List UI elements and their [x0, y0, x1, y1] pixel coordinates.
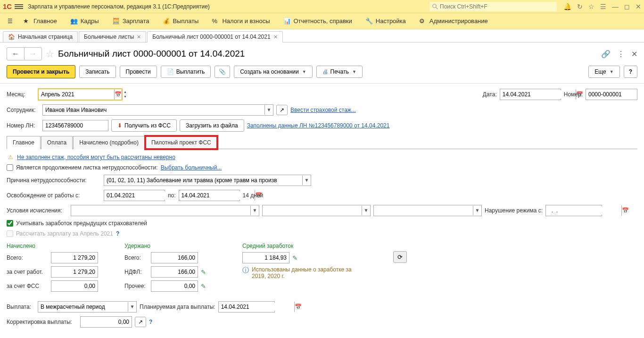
continuation-checkbox[interactable] — [7, 164, 13, 171]
create-based-button[interactable]: Создать на основании▼ — [234, 66, 312, 78]
print-button[interactable]: 🖨Печать▼ — [316, 66, 363, 78]
chevron-down-icon[interactable]: ▼ — [473, 206, 481, 215]
minimize-icon[interactable]: — — [612, 3, 619, 10]
plan-date-input[interactable]: 📅 — [218, 301, 275, 313]
menu-zarplata[interactable]: 🧮Зарплата — [107, 16, 155, 27]
calendar-icon[interactable]: 📅 — [621, 205, 629, 216]
forward-button[interactable]: → — [25, 48, 41, 60]
month-input[interactable]: 📅 ▲▼ — [38, 88, 123, 101]
condition1-input[interactable]: ▼ — [71, 205, 259, 216]
open-employee-button[interactable]: ↗ — [276, 105, 288, 115]
wrench-icon: 🔧 — [365, 17, 373, 25]
spin-down-icon[interactable]: ▼ — [122, 94, 128, 99]
filter-icon[interactable]: ☰ — [600, 3, 606, 10]
link-icon[interactable]: 🔗 — [601, 50, 611, 59]
employee-label: Сотрудник: — [7, 107, 40, 113]
menu-nastroika[interactable]: 🔧Настройка — [360, 16, 412, 27]
nav-tabs: 🏠Начальная страница Больничные листы✕ Бо… — [0, 29, 644, 42]
search-input[interactable] — [440, 3, 554, 10]
pay-button[interactable]: 📄Выплатить — [161, 66, 211, 78]
ndfl-input[interactable] — [151, 266, 198, 278]
chevron-down-icon[interactable]: ▼ — [264, 105, 273, 115]
hamburger-icon[interactable] — [15, 3, 23, 10]
global-search[interactable] — [429, 2, 557, 11]
stazh-warning-link[interactable]: Не заполнен стаж, пособия могут быть рас… — [17, 154, 175, 161]
post-button[interactable]: Провести — [120, 66, 157, 78]
accrued-total-input[interactable] — [51, 252, 98, 263]
ln-label: Номер ЛН: — [7, 122, 40, 129]
violation-date-input[interactable]: 📅 — [545, 205, 602, 216]
avg-input[interactable] — [242, 252, 289, 263]
off-from-input[interactable]: 📅 — [104, 190, 165, 201]
subtab-accrued[interactable]: Начислено (подробно) — [73, 136, 145, 149]
menu-kadry[interactable]: 👥Кадры — [65, 16, 105, 27]
calc-icon: 🧮 — [112, 17, 120, 25]
close-icon[interactable]: ✕ — [636, 3, 641, 10]
withheld-total-input[interactable] — [151, 252, 198, 263]
chevron-down-icon[interactable]: ▼ — [250, 206, 259, 215]
fss-input[interactable] — [51, 280, 98, 292]
tab-start-page[interactable]: 🏠Начальная страница — [3, 31, 78, 42]
condition3-input[interactable]: ▼ — [373, 205, 482, 216]
subtab-payment[interactable]: Оплата — [41, 136, 73, 149]
ln-input[interactable] — [42, 120, 108, 131]
help-icon[interactable]: ? — [149, 319, 152, 325]
edit-icon[interactable]: ✎ — [292, 254, 297, 262]
ln-data-link[interactable]: Заполнены данные ЛН №123456789000 от 14.… — [247, 122, 390, 129]
get-fss-button[interactable]: ⬇Получить из ФСС — [111, 119, 177, 132]
korr-input[interactable] — [80, 316, 132, 328]
help-icon[interactable]: ? — [116, 230, 119, 237]
payout-input[interactable]: ▼ — [38, 301, 137, 313]
employer-input[interactable] — [51, 266, 98, 278]
back-button[interactable]: ← — [7, 48, 25, 60]
reason-input[interactable]: ▼ — [104, 175, 311, 186]
spin-up-icon[interactable]: ▲ — [122, 90, 128, 94]
menu-toggle-icon[interactable]: ☰ — [5, 16, 16, 26]
condition2-input[interactable]: ▼ — [262, 205, 371, 216]
subtab-pilot-fss[interactable]: Пилотный проект ФСС — [145, 136, 217, 149]
stazh-link[interactable]: Ввести страховой стаж... — [290, 107, 356, 113]
menu-admin[interactable]: ⚙Администрирование — [413, 16, 494, 27]
korr-open-button[interactable]: ↗ — [135, 317, 146, 327]
help-button[interactable]: ? — [624, 66, 637, 78]
tab-sick-list[interactable]: Больничные листы✕ — [79, 31, 146, 42]
number-input[interactable] — [586, 89, 637, 100]
more-button[interactable]: Еще▼ — [588, 66, 619, 78]
history-icon[interactable]: ↻ — [577, 3, 583, 10]
chevron-down-icon[interactable]: ▼ — [362, 206, 370, 215]
menu-otchet[interactable]: 📊Отчетность, справки — [278, 16, 358, 27]
star-icon[interactable]: ☆ — [588, 3, 594, 10]
chevron-down-icon[interactable]: ▼ — [302, 176, 311, 185]
recalc-label: Рассчитать зарплату за Апрель 2021 — [16, 230, 113, 237]
attach-button[interactable]: 📎 — [215, 66, 230, 78]
percent-icon: % — [212, 17, 219, 25]
subtab-main[interactable]: Главное — [7, 136, 41, 149]
calendar-icon[interactable]: 📅 — [294, 302, 302, 312]
date-input[interactable]: 📅 — [500, 89, 561, 100]
refresh-button[interactable]: ⟳ — [393, 251, 407, 263]
load-file-button[interactable]: Загрузить из файла — [180, 119, 244, 132]
maximize-icon[interactable]: ◻ — [624, 3, 630, 10]
menu-nalogi[interactable]: %Налоги и взносы — [206, 16, 275, 27]
tab-sick-doc[interactable]: Больничный лист 0000-000001 от 14.04.202… — [147, 31, 282, 42]
choose-ln-link[interactable]: Выбрать больничный... — [161, 164, 222, 171]
consider-earnings-checkbox[interactable] — [7, 220, 13, 227]
chevron-down-icon: ▼ — [610, 69, 614, 74]
close-doc-icon[interactable]: ✕ — [631, 50, 637, 59]
edit-icon[interactable]: ✎ — [201, 283, 206, 290]
chevron-down-icon[interactable]: ▼ — [128, 302, 136, 312]
post-close-button[interactable]: Провести и закрыть — [7, 65, 75, 78]
edit-icon[interactable]: ✎ — [201, 269, 206, 276]
menu-home[interactable]: ★Главное — [17, 16, 63, 27]
calendar-icon[interactable]: 📅 — [114, 89, 122, 100]
employee-input[interactable]: ▼ — [42, 104, 273, 116]
more-icon[interactable]: ⋮ — [617, 50, 625, 59]
bell-icon[interactable]: 🔔 — [563, 3, 571, 10]
off-to-input[interactable]: 📅 — [179, 190, 240, 201]
menu-vyplaty[interactable]: 💰Выплаты — [157, 16, 205, 27]
save-button[interactable]: Записать — [79, 66, 116, 78]
close-icon[interactable]: ✕ — [273, 34, 278, 40]
close-icon[interactable]: ✕ — [137, 34, 141, 40]
favorite-button[interactable]: ☆ — [46, 48, 54, 59]
other-input[interactable] — [151, 280, 198, 292]
